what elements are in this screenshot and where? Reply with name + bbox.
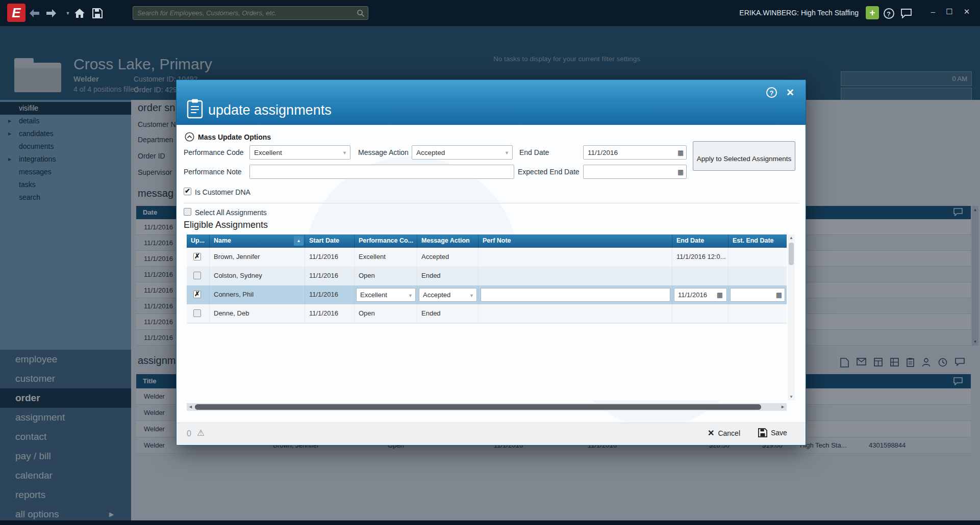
cell-start-date: 11/1/2016 <box>305 248 355 267</box>
cell-end-date: 11/1/2016 12:0... <box>672 248 728 267</box>
calendar-icon[interactable]: ▦ <box>776 291 782 299</box>
clipboard-icon <box>187 98 203 119</box>
grid-empty-area <box>187 323 787 400</box>
end-date-input[interactable] <box>583 145 687 160</box>
cell-start-date: 11/1/2016 <box>305 304 355 323</box>
performance-code-label: Performance Code <box>184 148 244 156</box>
cancel-x-icon: ✕ <box>708 428 714 438</box>
warning-icon: ⚠ <box>197 428 205 438</box>
expected-end-date-input[interactable] <box>583 165 687 179</box>
cell-name: Colston, Sydney <box>210 267 305 285</box>
back-arrow-icon <box>29 9 40 18</box>
global-search <box>133 6 368 20</box>
home-button[interactable] <box>73 7 86 20</box>
cell-est-end-date <box>728 304 787 323</box>
select-all-assignments-label: Select All Assignments <box>195 208 267 217</box>
row-checkbox[interactable] <box>193 253 201 260</box>
home-icon <box>74 8 85 18</box>
select-all-assignments-checkbox[interactable] <box>184 208 191 216</box>
scroll-down-icon: ▼ <box>788 395 795 399</box>
error-count: 0 <box>187 429 191 438</box>
calendar-icon[interactable]: ▦ <box>677 168 684 176</box>
forward-arrow-icon <box>46 9 57 18</box>
save-button-topbar[interactable] <box>91 7 104 20</box>
row-action-dropdown[interactable]: Accepted ▼ <box>419 288 477 302</box>
close-window-button[interactable]: ✕ <box>961 7 973 16</box>
dialog-header: update assignments ? ✕ <box>177 80 806 125</box>
minimize-button[interactable]: – <box>927 7 939 16</box>
scrollbar-thumb[interactable] <box>195 404 761 410</box>
apply-to-selected-button[interactable]: Apply to Selected Assignments <box>693 141 795 171</box>
assignment-grid-row[interactable]: Denne, Deb 11/1/2016 Open Ended <box>187 304 787 323</box>
save-icon <box>92 8 103 18</box>
help-button[interactable]: ? <box>882 7 895 20</box>
expected-end-date-label: Expected End Date <box>518 168 580 176</box>
search-icon <box>357 9 365 17</box>
chevron-down-icon: ▼ <box>505 150 509 155</box>
forward-button[interactable] <box>45 7 58 20</box>
assignment-grid-row[interactable]: Brown, Jennifer 11/1/2016 Excellent Acce… <box>187 248 787 267</box>
maximize-button[interactable]: ☐ <box>943 7 956 16</box>
chat-icon <box>901 9 912 18</box>
column-header-name[interactable]: Name ▲ <box>210 234 305 248</box>
row-perf-note-input[interactable] <box>481 288 670 302</box>
row-performance-dropdown[interactable]: Excellent ▼ <box>356 288 416 302</box>
scroll-left-icon: ◄ <box>188 404 193 409</box>
performance-note-input[interactable] <box>249 165 514 179</box>
cell-action: Ended <box>417 304 479 323</box>
scroll-right-icon: ► <box>781 404 785 409</box>
assignment-grid-row-selected[interactable]: Conners, Phil 11/1/2016 Excellent ▼ Acce… <box>187 285 787 304</box>
back-button[interactable] <box>28 7 41 20</box>
close-icon: ✕ <box>786 87 794 98</box>
column-header-performance-code[interactable]: Performance Co... <box>355 234 417 248</box>
cell-action: Ended <box>417 267 479 285</box>
cell-start-date: 11/1/2016 <box>305 267 355 285</box>
app-logo: E <box>7 4 26 22</box>
chat-button[interactable] <box>899 7 913 20</box>
cell-end-date <box>672 267 728 285</box>
collapse-section-button[interactable] <box>185 132 194 142</box>
cancel-button[interactable]: ✕ Cancel <box>708 428 740 438</box>
eligible-assignments-title: Eligible Assignments <box>184 220 268 230</box>
search-input[interactable] <box>137 7 351 19</box>
title-bar: E ▼ ERIKA.WINBERG: High Tech Staffing + … <box>0 0 980 26</box>
column-header-end-date[interactable]: End Date <box>672 234 728 248</box>
save-button[interactable]: Save <box>758 428 787 437</box>
cell-end-date <box>672 304 728 323</box>
column-header-update[interactable]: Up... <box>187 234 210 248</box>
column-header-perf-note[interactable]: Perf Note <box>479 234 672 248</box>
assignment-grid-row[interactable]: Colston, Sydney 11/1/2016 Open Ended <box>187 267 787 285</box>
dialog-help-button[interactable]: ? <box>766 87 777 98</box>
row-checkbox[interactable] <box>193 272 201 279</box>
dialog-close-button[interactable]: ✕ <box>786 87 794 98</box>
message-action-label: Message Action <box>358 148 409 156</box>
cell-performance: Open <box>355 304 417 323</box>
grid-vertical-scrollbar[interactable]: ▲ ▼ <box>788 234 795 400</box>
cell-name: Conners, Phil <box>210 285 305 304</box>
help-icon: ? <box>770 89 774 97</box>
performance-code-dropdown[interactable]: Excellent ▼ <box>249 145 350 160</box>
chevron-down-icon: ▼ <box>469 293 474 298</box>
section-divider <box>184 203 799 203</box>
row-checkbox[interactable] <box>193 309 201 317</box>
cell-note <box>479 248 672 267</box>
cell-est-end-date <box>728 248 787 267</box>
cell-start-date: 11/1/2016 <box>305 285 355 304</box>
row-checkbox[interactable] <box>193 291 201 298</box>
cell-est-end-date <box>728 267 787 285</box>
scrollbar-thumb[interactable] <box>789 243 794 265</box>
calendar-icon[interactable]: ▦ <box>717 291 723 299</box>
column-header-est-end-date[interactable]: Est. End Date <box>728 234 787 248</box>
quick-add-button[interactable]: + <box>866 6 879 19</box>
column-header-message-action[interactable]: Message Action <box>417 234 479 248</box>
is-customer-dna-checkbox[interactable] <box>184 188 191 195</box>
close-icon: ✕ <box>964 7 970 16</box>
cell-performance: Excellent <box>355 248 417 267</box>
message-action-dropdown[interactable]: Accepted ▼ <box>412 145 513 160</box>
calendar-icon[interactable]: ▦ <box>677 149 684 156</box>
grid-horizontal-scrollbar[interactable]: ◄ ► <box>187 403 787 411</box>
column-header-start-date[interactable]: Start Date <box>305 234 355 248</box>
minimize-icon: – <box>931 7 935 16</box>
application-window: E ▼ ERIKA.WINBERG: High Tech Staffing + … <box>0 0 980 525</box>
chevron-down-icon: ▼ <box>342 150 347 155</box>
